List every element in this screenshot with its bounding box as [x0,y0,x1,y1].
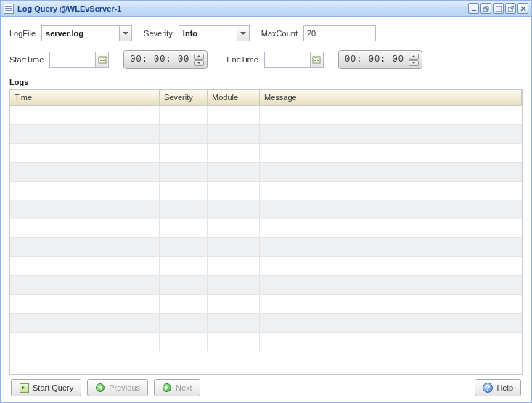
chevron-down-icon [119,26,131,41]
spinner-down-button[interactable] [194,60,204,66]
table-cell [208,163,260,182]
table-cell [260,200,522,219]
severity-label: Severity [144,29,173,38]
logs-grid: Time Severity Module Message [9,89,523,375]
column-header-message[interactable]: Message [260,90,522,105]
table-row[interactable] [10,276,522,295]
endtime-time-spinner[interactable]: 00: 00: 00 [338,50,422,69]
endtime-date-input[interactable] [264,52,311,68]
column-header-severity[interactable]: Severity [160,90,208,105]
table-cell [260,257,522,276]
help-button[interactable]: ? Help [475,379,521,396]
restore-down-button[interactable] [480,3,491,14]
table-cell [208,238,260,257]
table-row[interactable] [10,163,522,182]
table-cell [208,314,260,333]
log-icon [4,4,14,14]
spinner-buttons [194,54,204,66]
table-row[interactable] [10,182,522,200]
table-cell [208,257,260,276]
popout-button[interactable] [505,3,516,14]
table-cell [260,163,522,182]
svg-rect-0 [472,10,476,11]
logs-section-label: Logs [9,78,523,86]
close-button[interactable] [517,3,528,14]
calendar-icon[interactable] [96,52,109,68]
table-cell [160,106,208,125]
table-cell [208,200,260,219]
table-cell [208,125,260,144]
table-row[interactable] [10,106,522,125]
column-header-module[interactable]: Module [208,90,260,105]
table-cell [160,219,208,238]
logfile-label: LogFile [9,29,36,38]
window-title: Log Query @WLEvServer-1 [17,4,121,13]
maxcount-input[interactable] [303,25,376,41]
previous-button[interactable]: Previous [87,379,148,396]
table-cell [10,333,160,351]
table-cell [10,106,160,125]
table-row[interactable] [10,314,522,333]
table-cell [160,295,208,314]
table-cell [208,276,260,295]
table-cell [160,314,208,333]
table-cell [10,182,160,200]
table-cell [208,144,260,163]
table-cell [10,219,160,238]
table-cell [160,144,208,163]
run-icon [19,383,29,393]
table-row[interactable] [10,200,522,219]
table-row[interactable] [10,238,522,257]
table-cell [160,333,208,351]
table-row[interactable] [10,257,522,276]
table-row[interactable] [10,125,522,144]
table-cell [260,276,522,295]
titlebar: Log Query @WLEvServer-1 [1,1,531,17]
start-query-label: Start Query [33,383,73,392]
help-label: Help [496,383,513,392]
svg-rect-3 [496,6,502,12]
starttime-date-input[interactable] [49,52,96,68]
column-header-time[interactable]: Time [10,90,160,105]
table-cell [260,144,522,163]
table-cell [10,163,160,182]
table-cell [10,238,160,257]
svg-rect-10 [313,57,320,58]
table-cell [160,276,208,295]
table-row[interactable] [10,144,522,163]
endtime-label: EndTime [226,55,258,64]
endtime-time-value: 00: 00: 00 [345,54,404,65]
logfile-select[interactable]: server.log [41,25,132,41]
table-cell [208,106,260,125]
table-cell [260,333,522,351]
svg-rect-11 [314,60,316,61]
filter-row-1: LogFile server.log Severity Info MaxCoun… [9,24,523,43]
table-row[interactable] [10,295,522,314]
footer-toolbar: Start Query Previous Next ? Help [9,375,523,398]
window-buttons [468,3,528,14]
grid-header: Time Severity Module Message [10,90,522,106]
maximize-button[interactable] [493,3,504,14]
table-cell [260,106,522,125]
content-area: LogFile server.log Severity Info MaxCoun… [1,17,531,402]
spinner-up-button[interactable] [409,54,419,60]
table-cell [260,238,522,257]
starttime-label: StartTime [9,55,44,64]
next-button[interactable]: Next [154,379,200,396]
table-cell [208,219,260,238]
spinner-down-button[interactable] [409,60,419,66]
start-query-button[interactable]: Start Query [11,379,81,396]
minimize-button[interactable] [468,3,479,14]
calendar-icon[interactable] [311,52,324,68]
table-cell [260,314,522,333]
table-row[interactable] [10,219,522,238]
table-cell [260,182,522,200]
table-cell [10,144,160,163]
spinner-up-button[interactable] [194,54,204,60]
svg-rect-8 [103,60,105,61]
starttime-time-spinner[interactable]: 00: 00: 00 [123,50,208,69]
table-row[interactable] [10,333,522,351]
chevron-down-icon [237,26,249,41]
severity-value: Info [183,29,197,38]
severity-select[interactable]: Info [179,25,250,41]
